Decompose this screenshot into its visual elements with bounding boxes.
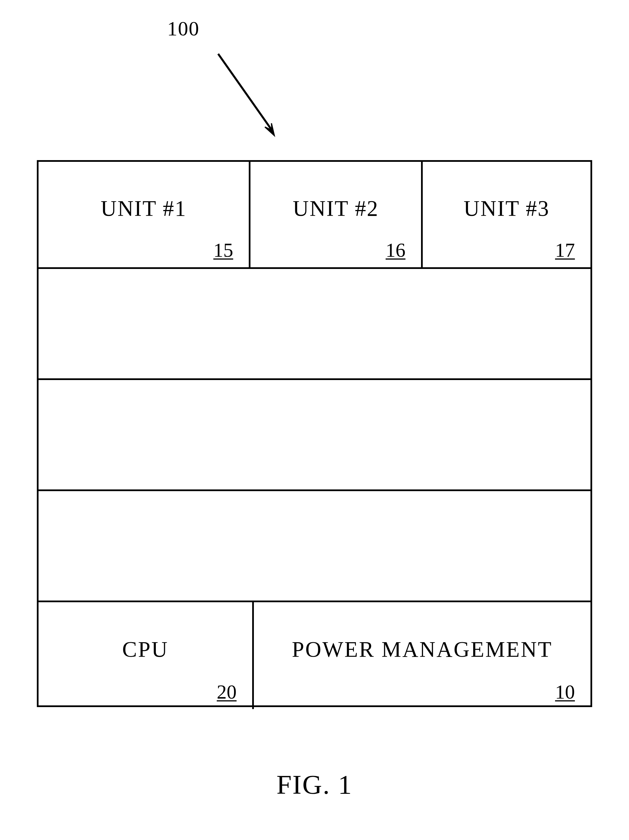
unit-2-label: UNIT #2 (293, 196, 378, 221)
pointer-arrow-icon (207, 48, 292, 147)
cpu-block: CPU 20 (39, 602, 254, 709)
top-units-row: UNIT #1 15 UNIT #2 16 UNIT #3 17 (39, 162, 590, 269)
cpu-ref: 20 (217, 681, 236, 703)
unit-3-block: UNIT #3 17 (423, 162, 590, 267)
cpu-label: CPU (122, 636, 169, 662)
unit-2-block: UNIT #2 16 (251, 162, 423, 267)
unit-1-label: UNIT #1 (101, 196, 186, 221)
middle-row-2 (39, 380, 590, 491)
system-block-diagram: UNIT #1 15 UNIT #2 16 UNIT #3 17 CPU 20 … (37, 160, 592, 707)
unit-1-ref: 15 (213, 239, 233, 262)
power-management-ref: 10 (555, 681, 575, 703)
unit-2-ref: 16 (386, 239, 405, 262)
diagram-reference-number: 100 (167, 17, 199, 41)
middle-row-3 (39, 491, 590, 602)
bottom-row: CPU 20 POWER MANAGEMENT 10 (39, 602, 590, 709)
svg-marker-1 (265, 123, 274, 136)
unit-1-block: UNIT #1 15 (39, 162, 251, 267)
power-management-label: POWER MANAGEMENT (292, 636, 552, 662)
svg-line-0 (218, 54, 272, 130)
power-management-block: POWER MANAGEMENT 10 (254, 602, 590, 709)
figure-label: FIG. 1 (0, 769, 629, 801)
middle-row-1 (39, 269, 590, 380)
unit-3-ref: 17 (555, 239, 575, 262)
unit-3-label: UNIT #3 (463, 196, 549, 221)
